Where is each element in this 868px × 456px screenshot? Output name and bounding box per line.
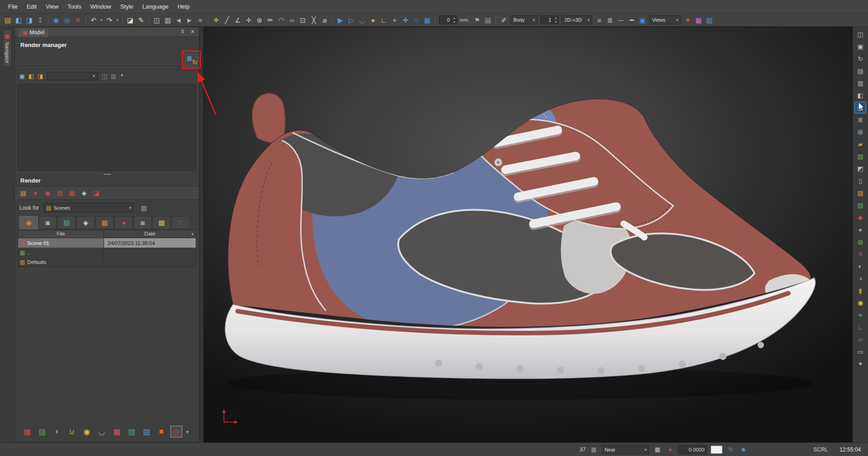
material-library-icon[interactable]: ▥	[704, 14, 715, 25]
..[interactable]: ▤..	[18, 248, 196, 257]
flag-icon[interactable]: ⚑	[472, 14, 482, 25]
lock-icon[interactable]: ●	[368, 14, 378, 25]
undo-history-caret-icon[interactable]: ▾	[99, 14, 104, 25]
sort-caret-icon[interactable]: ▾	[191, 230, 193, 238]
redo-icon[interactable]: ↷	[104, 14, 115, 25]
tab-snapshots[interactable]: ◙	[133, 216, 152, 229]
next-piece-icon[interactable]: ►	[184, 14, 195, 25]
color-palette-icon[interactable]: ▦	[693, 14, 704, 25]
zoom-window-icon[interactable]: ◎	[61, 14, 72, 25]
tab-cameras[interactable]: ◙	[38, 216, 57, 229]
grid-table-icon[interactable]: ⊞	[855, 127, 866, 137]
scene-copy-icon[interactable]: ◫	[100, 71, 109, 80]
texture-tool-icon[interactable]: ▧	[855, 200, 866, 211]
sparkle-icon[interactable]: ✦	[855, 358, 866, 369]
target-circle-icon[interactable]: ◉	[855, 297, 866, 308]
table-icon[interactable]: ▦	[653, 445, 662, 454]
background-color-swatch[interactable]	[711, 446, 722, 454]
scene-preset-select[interactable]: ▾	[47, 72, 98, 80]
delete-icon[interactable]: ✕	[72, 14, 83, 25]
band-icon[interactable]: ▮	[855, 285, 866, 296]
open-render-folder-icon[interactable]: ▤	[18, 188, 28, 198]
axes-tool-icon[interactable]: ✛	[243, 14, 254, 25]
ring-icon[interactable]: ◉	[81, 426, 93, 437]
hatch-dense-icon[interactable]: ≣	[604, 14, 615, 25]
render-export-icon[interactable]: ◪	[91, 188, 102, 198]
scene-save-as-icon[interactable]: ◨	[36, 71, 45, 80]
tab-model[interactable]: ▣ Model	[18, 28, 49, 37]
scene-display-icon[interactable]: ▣	[18, 71, 27, 80]
browse-images-button[interactable]: ▨	[138, 202, 149, 213]
render-scene-add-icon[interactable]: ●	[30, 188, 41, 198]
render-turntable-icon[interactable]: ▦	[66, 188, 77, 198]
alert-icon[interactable]: ✕	[855, 249, 866, 259]
target-tool-icon[interactable]: ⌖	[389, 14, 400, 25]
smooth-curve-icon[interactable]: ≈	[195, 14, 206, 25]
divide-tool-icon[interactable]: ╳	[308, 14, 319, 25]
stepper-arrows[interactable]: ▴▾	[552, 16, 558, 24]
document-icon[interactable]: ▯	[855, 175, 866, 186]
project-folder-icon[interactable]: ▤	[855, 188, 866, 198]
save-all-icon[interactable]: ◨	[24, 14, 35, 25]
texture-image-icon[interactable]: ▨	[36, 426, 48, 437]
pin-view-icon[interactable]: ◆	[855, 212, 866, 223]
snap-center-icon[interactable]: ⊕	[254, 14, 265, 25]
stepper-arrows[interactable]: ▴▾	[451, 16, 457, 24]
menu-style[interactable]: Style	[116, 1, 138, 12]
mask-icon[interactable]: ◐	[855, 261, 866, 272]
arc-right-icon[interactable]: ◗	[51, 426, 63, 437]
column-date[interactable]: Date▾	[104, 230, 196, 238]
render-name-field[interactable]	[19, 56, 178, 66]
pencil-tool-icon[interactable]: ✏	[265, 14, 276, 25]
render-mode-icon[interactable]: ✦	[682, 14, 693, 25]
update-render-button[interactable]: ▦ ↻	[185, 53, 198, 67]
angle-tool-icon[interactable]: ∠	[232, 14, 243, 25]
undo-icon[interactable]: ↶	[88, 14, 99, 25]
user-icon[interactable]: ☻	[739, 445, 748, 454]
hatch-icon[interactable]: ≡	[594, 14, 604, 25]
select-curve-icon[interactable]: ▷	[346, 14, 357, 25]
menu-view[interactable]: View	[41, 1, 63, 12]
move-tool-icon[interactable]: ✚	[400, 14, 411, 25]
Defaults[interactable]: ▤Defaults	[18, 257, 196, 267]
new-point-icon[interactable]: ✚	[211, 14, 222, 25]
photo-icon[interactable]: ▧	[126, 426, 137, 437]
copy-icon[interactable]: ◫	[151, 14, 162, 25]
solid-view-icon[interactable]: ◩	[855, 163, 866, 174]
screen-split-icon[interactable]: ◧	[855, 90, 866, 101]
clip-distance-select[interactable]: Near ▾	[602, 445, 649, 454]
gray-swatch-icon[interactable]: ▭	[855, 346, 866, 357]
eyedropper-icon[interactable]: ✐	[498, 14, 509, 25]
shoe-3d-render[interactable]	[204, 27, 852, 442]
render-scene-icon[interactable]: ◉	[42, 188, 53, 198]
sphere-view-icon[interactable]: ●	[855, 224, 866, 235]
menu-language[interactable]: Language	[138, 1, 173, 12]
frame-icon[interactable]: ▦	[589, 445, 598, 454]
eraser-icon[interactable]: ◪	[125, 14, 136, 25]
column-file[interactable]: File	[18, 230, 104, 238]
body-select[interactable]: Body ▾	[510, 15, 538, 24]
line-weight-icon[interactable]: ━	[626, 14, 637, 25]
window-layout-icon[interactable]: ◫	[855, 29, 866, 40]
layers-icon[interactable]: ▤	[141, 426, 152, 437]
menu-help[interactable]: Help	[173, 1, 194, 12]
pin-panel-button[interactable]: ⊼	[179, 28, 186, 36]
paste-icon[interactable]: ▥	[162, 14, 173, 25]
tab-scenes[interactable]: ◉	[19, 216, 38, 229]
render-animation-icon[interactable]: ▥	[54, 188, 65, 198]
tab-tags[interactable]: ◈	[76, 216, 95, 229]
tab-patterns[interactable]: ▩	[152, 216, 171, 229]
layer-list-icon[interactable]: ≣	[855, 114, 866, 125]
material-grid-icon[interactable]: ▦	[21, 426, 33, 437]
line-tool-icon[interactable]: ╱	[222, 14, 232, 25]
display-mode-icon[interactable]: ▣	[637, 14, 648, 25]
zoom-model-icon[interactable]: ◉	[51, 14, 61, 25]
offset-stepper[interactable]: 0 ▴▾	[439, 15, 458, 24]
link-tool-icon[interactable]: ∞	[287, 14, 297, 25]
pink-swatch-icon[interactable]: ▱	[855, 334, 866, 345]
select-tool-icon[interactable]: ▶	[335, 14, 346, 25]
save-icon[interactable]: ◧	[13, 14, 24, 25]
close-panel-button[interactable]: ✕	[189, 28, 196, 36]
heel-pull-tab[interactable]	[252, 94, 285, 143]
render-clear-icon[interactable]: ◈	[79, 188, 90, 198]
